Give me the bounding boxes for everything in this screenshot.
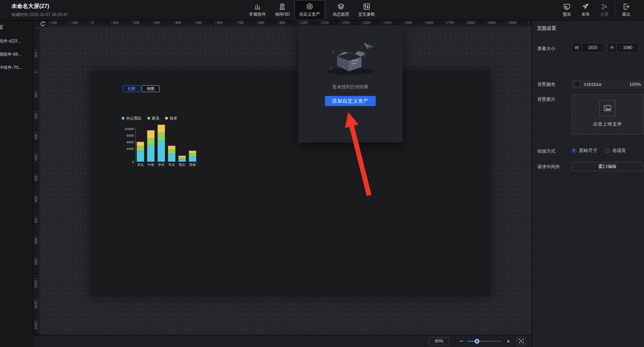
radio-auto-fit[interactable]: 自适应 <box>605 147 626 154</box>
screen-size-label: 屏幕大小 <box>537 46 555 52</box>
svg-text:0: 0 <box>132 160 134 164</box>
upload-hint-text: 点击上传文件 <box>593 121 622 127</box>
color-hex-value: #1b1b1e <box>584 82 629 87</box>
zoom-slider[interactable] <box>467 339 502 344</box>
hruler-label: 0 <box>92 21 94 25</box>
bar-segment <box>137 151 144 162</box>
exit-button[interactable]: 退出 <box>617 0 636 20</box>
image-icon <box>603 104 612 112</box>
height-prefix: H <box>608 43 617 52</box>
hruler-label: 1100 <box>321 21 329 25</box>
layers-icon <box>337 3 345 10</box>
bar-segment <box>147 138 155 146</box>
tool-dynamic-layers[interactable]: 动态图层 <box>328 0 354 20</box>
vruler-label: 700 <box>34 217 38 223</box>
component-toolbar: 常规组件 地理/3D 自定义资产 <box>245 0 380 20</box>
radio-original-size[interactable]: 原始尺寸 <box>571 147 597 154</box>
vruler-label: 300 <box>34 134 38 140</box>
vruler-label: 500 <box>34 176 38 181</box>
add-custom-asset-button[interactable]: 添加自定义资产 <box>325 96 376 106</box>
svg-text:8000: 8000 <box>127 134 134 137</box>
color-swatch <box>574 81 580 87</box>
page-settings-panel: 页面设置 屏幕大小 W H 背景颜色 #1b1b1e 100% 背景图片 <box>532 20 644 347</box>
screen-width-input[interactable] <box>581 43 604 52</box>
fit-to-screen-button[interactable] <box>516 337 526 345</box>
top-bar: 未命名大屏(27) 创建时间 2022-11-07 16:25:47 常规组件 … <box>0 0 644 21</box>
tool-standard-components[interactable]: 常规组件 <box>245 0 270 20</box>
publish-icon <box>582 3 589 10</box>
zoom-level-select[interactable]: 60% <box>429 337 449 345</box>
zoom-in-button[interactable]: + <box>506 338 510 345</box>
preview-button[interactable]: 预览 <box>557 0 576 20</box>
upload-dropzone[interactable]: 点击上传文件 <box>571 94 644 135</box>
bar-segment <box>158 132 165 141</box>
svg-text:中南: 中南 <box>148 163 154 167</box>
custom-assets-popover: 暂未找到任何结果 添加自定义资产 <box>298 25 402 143</box>
share-button[interactable]: 分享 <box>595 0 614 20</box>
hruler-label: 500 <box>196 21 202 25</box>
hruler-label: 1500 <box>405 21 412 25</box>
hruler-label: 800 <box>259 21 264 25</box>
svg-text:技术: 技术 <box>170 116 177 120</box>
stacked-bar-chart-component[interactable]: 办公用品家具技术040006000800010000东北中南华东华北西北西南 <box>114 114 204 169</box>
svg-text:华东: 华东 <box>158 163 165 167</box>
svg-text:华北: 华北 <box>169 163 176 167</box>
radio-unselected-icon <box>605 148 610 153</box>
toolbar-divider <box>326 3 327 17</box>
layers-sidebar: 图层 组件-d22f...图组件-89...卡组件-7f1... <box>0 20 33 347</box>
vruler-label: 900 <box>34 259 38 265</box>
slider-knob[interactable] <box>475 339 479 344</box>
svg-text:家具: 家具 <box>152 116 160 120</box>
layer-item[interactable]: 图组件-89... <box>0 48 33 61</box>
share-icon <box>601 3 608 10</box>
bg-color-control[interactable]: #1b1b1e 100% <box>571 80 644 89</box>
color-opacity-value: 100% <box>629 82 641 87</box>
svg-text:6000: 6000 <box>127 140 134 144</box>
tab-pie-chart[interactable]: 饼图 <box>142 85 160 92</box>
middleware-label: 请求中间件 <box>537 164 560 170</box>
hruler-label: 1300 <box>363 21 370 25</box>
bar-segment <box>179 159 186 162</box>
hruler-label: 1400 <box>384 21 391 25</box>
bar-segment <box>147 130 155 138</box>
hruler-label: 400 <box>175 21 181 25</box>
tool-custom-assets[interactable]: 自定义资产 <box>294 0 325 20</box>
screen-width-group: W <box>572 43 604 53</box>
tool-geo-3d[interactable]: 地理/3D <box>270 0 294 20</box>
vertical-ruler: -100010020030040050060070080090010001100… <box>33 27 40 335</box>
app-root: 柱图 饼图 办公用品家具技术040006000800010000东北中南华东华北… <box>0 0 644 347</box>
artboard[interactable] <box>90 71 490 296</box>
tool-interactive-params[interactable]: 交互参数 <box>354 0 380 20</box>
actions-divider <box>615 3 616 17</box>
editor-canvas[interactable] <box>40 27 532 335</box>
layer-list: 组件-d22f...图组件-89...卡组件-7f1... <box>0 34 33 74</box>
tab-bar-chart[interactable]: 柱图 <box>123 85 140 92</box>
horizontal-ruler: -200-10001002003004005006007008009001000… <box>40 20 532 27</box>
bar-segment <box>179 156 186 158</box>
layer-item[interactable]: 组件-d22f... <box>0 34 33 48</box>
vruler-label: 200 <box>34 113 38 119</box>
vruler-label: 600 <box>34 196 38 202</box>
vruler-label: 1200 <box>34 322 38 329</box>
window-edit-button[interactable]: 窗口编辑 <box>572 162 643 171</box>
vruler-label: 100 <box>34 92 38 98</box>
topbar-actions: 预览 发布 分享 <box>557 0 636 20</box>
hruler-label: 200 <box>133 21 139 25</box>
bar-segment <box>147 145 155 162</box>
publish-button[interactable]: 发布 <box>576 0 595 20</box>
layer-item[interactable]: 卡组件-7f1... <box>0 61 33 74</box>
bar-chart-icon <box>254 3 261 10</box>
hruler-label: -100 <box>71 21 78 25</box>
refresh-icon[interactable] <box>40 21 46 27</box>
zoom-out-button[interactable]: − <box>459 338 463 344</box>
bar-segment <box>189 151 196 153</box>
vruler-minor-ticks <box>38 27 40 335</box>
bar-segment <box>168 149 176 154</box>
bg-color-label: 背景颜色 <box>537 81 555 88</box>
screen-height-input[interactable] <box>617 43 639 52</box>
panel-title: 页面设置 <box>537 20 639 35</box>
hruler-minor-ticks <box>40 25 532 27</box>
vruler-label: -100 <box>34 50 38 57</box>
hruler-label: 900 <box>279 21 285 25</box>
svg-text:4000: 4000 <box>127 147 134 151</box>
